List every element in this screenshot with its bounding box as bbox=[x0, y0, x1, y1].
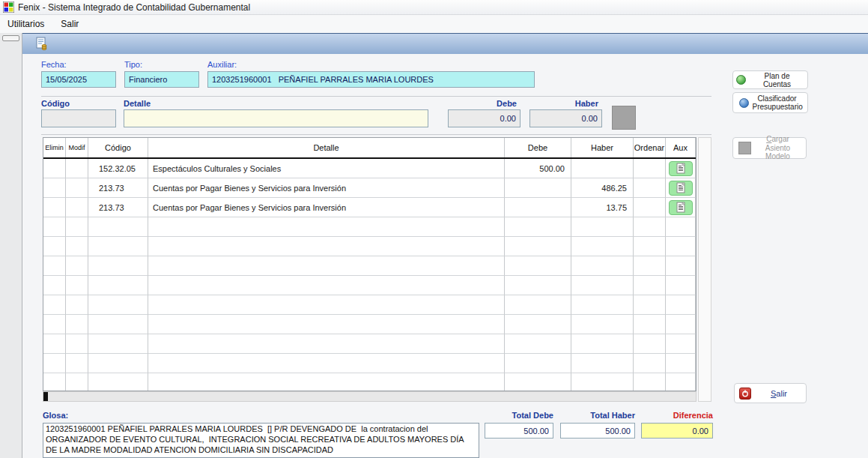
plan-de-cuentas-button[interactable]: Plan de Cuentas bbox=[732, 70, 808, 89]
cell-aux bbox=[666, 276, 696, 295]
cell-modif[interactable] bbox=[66, 276, 88, 295]
aux-document-button[interactable] bbox=[669, 181, 693, 196]
cell-aux bbox=[666, 354, 696, 373]
diferencia-label: Diferencia bbox=[641, 411, 713, 420]
document-icon bbox=[676, 182, 685, 193]
table-row[interactable]: 152.32.05Espectáculos Culturales y Socia… bbox=[43, 159, 696, 178]
document-coins-icon bbox=[34, 37, 49, 52]
salir-button[interactable]: Salir bbox=[734, 383, 807, 403]
cargar-asiento-modelo-button[interactable]: Cargar Asiento Modelo bbox=[732, 137, 807, 159]
scrollbar-thumb[interactable] bbox=[43, 392, 48, 401]
cell-haber bbox=[571, 373, 634, 391]
table-horizontal-scrollbar[interactable] bbox=[43, 391, 696, 402]
table-row-empty[interactable] bbox=[43, 373, 696, 391]
app-window: Fenix - Sistema Integrado de Contabilida… bbox=[0, 0, 868, 458]
cell-ordenar bbox=[634, 295, 666, 315]
cell-elimin[interactable] bbox=[43, 295, 66, 315]
toolbar bbox=[22, 33, 868, 54]
cell-elimin[interactable] bbox=[43, 354, 66, 373]
splitter-grip[interactable] bbox=[2, 35, 19, 41]
cell-detalle: Cuentas por Pagar Bienes y Servicios par… bbox=[148, 178, 505, 198]
table-row-empty[interactable] bbox=[43, 237, 696, 256]
cell-codigo bbox=[88, 334, 148, 354]
cell-haber bbox=[571, 354, 634, 373]
menu-bar: Utilitarios Salir bbox=[0, 15, 868, 33]
cell-aux bbox=[666, 315, 696, 334]
cell-debe bbox=[505, 373, 571, 391]
aux-document-button[interactable] bbox=[669, 161, 693, 176]
table-row-empty[interactable] bbox=[43, 217, 696, 237]
fecha-input[interactable] bbox=[41, 71, 116, 88]
glosa-label: Glosa: bbox=[43, 411, 68, 420]
cell-modif[interactable] bbox=[66, 354, 88, 373]
cell-ordenar bbox=[634, 159, 666, 178]
clasificador-presupuestario-button[interactable]: Clasificador Presupuestario bbox=[732, 92, 808, 113]
glosa-textarea[interactable]: 1203251960001 PEÑAFIEL PARRALES MARIA LO… bbox=[43, 423, 479, 458]
cell-aux bbox=[666, 237, 696, 256]
cell-haber bbox=[571, 237, 634, 256]
cell-haber bbox=[571, 217, 634, 237]
cell-elimin[interactable] bbox=[43, 256, 66, 276]
save-entry-button[interactable] bbox=[33, 35, 51, 53]
cell-elimin[interactable] bbox=[43, 237, 66, 256]
cell-elimin[interactable] bbox=[43, 315, 66, 334]
cell-modif[interactable] bbox=[66, 373, 88, 391]
cell-aux bbox=[666, 159, 696, 178]
cell-modif[interactable] bbox=[66, 315, 88, 334]
cell-modif[interactable] bbox=[66, 295, 88, 315]
table-row[interactable]: 213.73Cuentas por Pagar Bienes y Servici… bbox=[43, 198, 696, 217]
codigo-label: Código bbox=[41, 99, 70, 108]
table-vertical-scrollbar[interactable] bbox=[698, 137, 711, 402]
cell-detalle: Espectáculos Culturales y Sociales bbox=[148, 159, 505, 178]
debe-input[interactable] bbox=[448, 109, 521, 127]
table-row-empty[interactable] bbox=[43, 256, 696, 276]
cell-aux bbox=[666, 256, 696, 276]
cell-debe bbox=[505, 237, 571, 256]
auxiliar-input[interactable] bbox=[207, 71, 535, 88]
table-row-empty[interactable] bbox=[43, 334, 696, 354]
entries-table: EliminModifCódigoDetalleDebeHaberOrdenar… bbox=[43, 137, 696, 391]
add-line-button[interactable] bbox=[612, 106, 636, 130]
table-row-empty[interactable] bbox=[43, 276, 696, 295]
haber-input[interactable] bbox=[529, 109, 602, 127]
cell-modif[interactable] bbox=[66, 159, 88, 178]
cell-elimin[interactable] bbox=[43, 159, 66, 178]
table-row[interactable]: 213.73Cuentas por Pagar Bienes y Servici… bbox=[43, 178, 696, 198]
aux-document-button[interactable] bbox=[669, 200, 693, 215]
cell-modif[interactable] bbox=[66, 217, 88, 237]
table-row-empty[interactable] bbox=[43, 354, 696, 373]
cell-ordenar bbox=[634, 373, 666, 391]
cell-aux bbox=[666, 295, 696, 315]
codigo-input[interactable] bbox=[41, 109, 116, 127]
cell-ordenar bbox=[634, 256, 666, 276]
table-row-empty[interactable] bbox=[43, 315, 696, 334]
cell-debe bbox=[505, 178, 571, 198]
cell-debe bbox=[505, 256, 571, 276]
cell-modif[interactable] bbox=[66, 237, 88, 256]
cell-elimin[interactable] bbox=[43, 178, 66, 198]
cell-modif[interactable] bbox=[66, 256, 88, 276]
detalle-input[interactable] bbox=[124, 109, 428, 127]
cell-elimin[interactable] bbox=[43, 373, 66, 391]
cell-aux bbox=[666, 334, 696, 354]
total-debe-input bbox=[485, 423, 553, 439]
cell-codigo bbox=[88, 217, 148, 237]
cell-modif[interactable] bbox=[66, 198, 88, 217]
app-icon bbox=[3, 1, 14, 13]
cell-elimin[interactable] bbox=[43, 334, 66, 354]
cell-ordenar bbox=[634, 237, 666, 256]
cell-elimin[interactable] bbox=[43, 217, 66, 237]
menu-item-salir[interactable]: Salir bbox=[59, 17, 80, 31]
detalle-label: Detalle bbox=[124, 99, 151, 108]
tipo-input[interactable] bbox=[124, 71, 199, 88]
cell-modif[interactable] bbox=[66, 334, 88, 354]
cell-detalle bbox=[148, 373, 505, 391]
table-row-empty[interactable] bbox=[43, 295, 696, 315]
cell-elimin[interactable] bbox=[43, 198, 66, 217]
cell-codigo: 213.73 bbox=[88, 178, 148, 198]
cell-codigo bbox=[88, 237, 148, 256]
menu-item-utilitarios[interactable]: Utilitarios bbox=[6, 17, 46, 31]
cell-modif[interactable] bbox=[66, 178, 88, 198]
column-header-debe: Debe bbox=[505, 138, 571, 157]
cell-elimin[interactable] bbox=[43, 276, 66, 295]
